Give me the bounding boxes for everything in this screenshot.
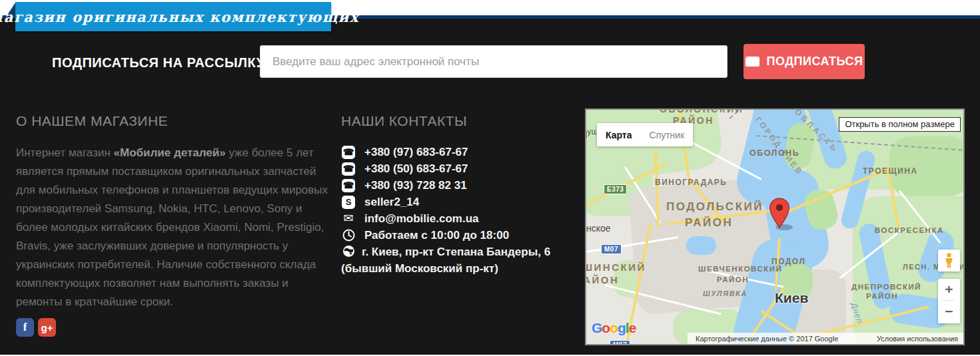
contact-skype[interactable]: S seller2_14 [341,194,573,210]
subscribe-button-label: ПОДПИСАТЬСЯ [767,55,863,69]
phone-icon: ☎ [341,162,356,176]
contact-email-text: info@mobilie.com.ua [364,210,478,227]
map-marker-pin[interactable] [769,198,789,228]
attribution-text: Картографические данные © 2017 Google [696,335,838,343]
contact-hours-text: Работаем с 10:00 до 18:00 [364,227,509,244]
about-text: Интернет магазин «Мобилие деталей» уже б… [16,144,329,311]
brand-name: «Мобилие деталей» [114,146,226,159]
email-input[interactable] [260,45,728,78]
google-logo-letter: o [610,320,618,335]
map-label: ШУЛЯВКА [703,289,747,297]
terms-of-use-link[interactable]: Условия использования [877,335,958,343]
contact-phone-3[interactable]: ☎ +380 (93) 728 82 31 [341,177,573,194]
envelope-icon [745,57,759,67]
map-label: нское [586,223,611,234]
open-fullsize-button[interactable]: Открыть в полном размере [839,117,961,132]
zoom-out-button[interactable]: − [945,301,953,322]
contacts-title: НАШИ КОНТАКТЫ [341,113,467,129]
phone-icon: ☎ [341,146,356,159]
contact-email[interactable]: ✉ info@mobilie.com.ua [341,210,573,227]
road-badge: 73 [585,130,588,140]
map-label: РАЙОН [585,274,619,285]
google-logo-letter: o [602,320,610,335]
contact-phone-3-text: +380 (93) 728 82 31 [364,177,467,194]
tab-satellite[interactable]: Спутник [641,130,694,140]
contact-phone-2-text: +380 (50) 683-67-67 [364,160,468,177]
contact-skype-text: seller2_14 [364,194,419,210]
map-water [686,236,716,255]
contact-address-text: г. Киев, пр-кт Степана Бандеры, 6 (бывши… [341,246,550,275]
google-logo-letter: G [592,320,602,335]
map-label: ШИНСКИЙ [585,262,646,273]
google-logo[interactable]: Google [592,320,636,336]
about-text-suffix: уже более 5 лет является прямым поставщи… [16,146,328,308]
map-label: РАЙОН [717,275,749,283]
shop-ribbon-banner: Магазин оригинальных комплектующих [15,2,331,31]
contact-address: г. Киев, пр-кт Степана Бандеры, 6 (бывши… [341,244,573,277]
clock-icon [341,229,356,242]
google-logo-letter: g [618,320,626,335]
zoom-control: + − [938,279,960,323]
newsletter-label: ПОДПИСАТЬСЯ НА РАССЫЛКУ [52,55,265,71]
road-badge-m07-bottom: М07 [610,340,630,345]
map-label: ВИНОГРАДАРЬ [655,178,728,187]
map-label: РАЙОН [685,216,733,230]
map-label: ПОДОЛ [771,257,805,266]
tab-map[interactable]: Карта [597,130,641,140]
about-title: О НАШЕМ МАГАЗИНЕ [16,113,168,129]
road-badge-m07: M07 [601,244,622,254]
about-text-prefix: Интернет магазин [16,146,114,159]
skype-icon: S [341,196,356,209]
social-links: f g+ [16,318,56,337]
map-label: ОБОЛОНЬ [749,148,799,158]
globe-icon [341,245,356,258]
map-label: ТРОЕЩИНА [863,166,918,176]
email-icon: ✉ [341,210,356,227]
facebook-icon[interactable]: f [16,318,34,337]
facebook-icon-label: f [23,321,27,334]
contact-hours: Работаем с 10:00 до 18:00 [341,227,573,244]
map-attribution: Картографические данные © 2017 Google Ус… [688,333,963,344]
google-plus-icon[interactable]: g+ [38,318,56,337]
map-label: ПОДОЛЬСКИЙ [666,200,763,214]
google-plus-icon-label: g+ [41,322,53,333]
pegman-control[interactable] [938,250,960,271]
map-label: ВОСКРЕСЕНКА [875,226,944,234]
map-label: ДНЕПРОВСКИЙ [851,283,921,291]
google-map[interactable]: ОБОЛОНСКИЙ РАЙОН ГОРОД КИЕВ ОБЛАСТЬ ОБОЛ… [585,108,965,345]
map-label: ОБОЛОНСКИЙ [660,108,743,114]
zoom-in-button[interactable]: + [945,279,953,300]
contacts-list: ☎ +380 (97) 683-67-67 ☎ +380 (50) 683-67… [341,144,573,277]
map-label-kiev: Киев [775,290,808,306]
phone-icon: ☎ [341,179,356,192]
subscribe-button[interactable]: ПОДПИСАТЬСЯ [743,44,865,79]
page: Магазин оригинальных комплектующих ПОДПИ… [0,0,980,356]
contact-phone-2[interactable]: ☎ +380 (50) 683-67-67 [341,160,573,177]
google-logo-letter: e [629,320,636,335]
road-badge-e373: E373 [604,184,627,194]
ribbon-text: Магазин оригинальных комплектующих [0,9,359,25]
map-type-control: Карта Спутник [597,123,693,146]
pegman-icon [945,253,953,268]
contact-phone-1[interactable]: ☎ +380 (97) 683-67-67 [341,144,573,160]
map-label: ШЕВЧЕНКОВСКИЙ [698,265,782,273]
contact-phone-1-text: +380 (97) 683-67-67 [364,144,468,160]
map-label: РАЙОН [866,292,898,300]
